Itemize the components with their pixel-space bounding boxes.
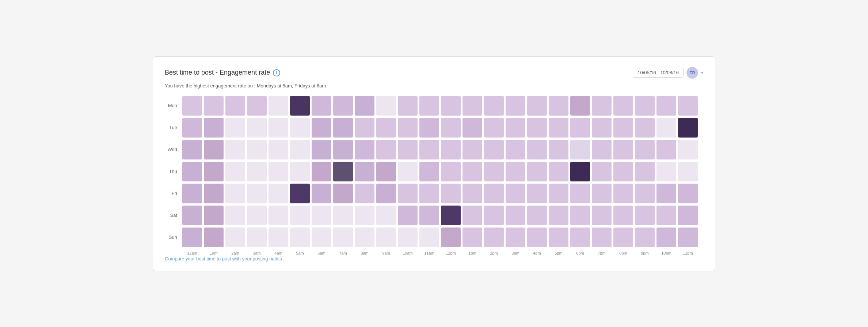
cell-fri-23[interactable]: [678, 184, 698, 203]
cell-mon-5[interactable]: [290, 96, 310, 116]
cell-tue-15[interactable]: [506, 118, 525, 138]
cell-tue-20[interactable]: [613, 118, 633, 138]
cell-tue-11[interactable]: [419, 118, 439, 138]
cell-wed-20[interactable]: [613, 140, 633, 159]
cell-wed-5[interactable]: [290, 140, 310, 159]
cell-fri-3[interactable]: [247, 184, 267, 203]
cell-thu-0[interactable]: [182, 162, 202, 181]
cell-wed-12[interactable]: [441, 140, 461, 159]
info-icon[interactable]: i: [273, 69, 280, 76]
cell-wed-13[interactable]: [462, 140, 482, 159]
cell-wed-22[interactable]: [656, 140, 676, 159]
cell-sat-18[interactable]: [570, 206, 590, 225]
date-range[interactable]: 10/05/16 - 10/08/16: [633, 68, 684, 78]
cell-thu-1[interactable]: [204, 162, 224, 181]
cell-wed-4[interactable]: [269, 140, 288, 159]
cell-wed-21[interactable]: [635, 140, 655, 159]
cell-sat-15[interactable]: [506, 206, 525, 225]
cell-sat-17[interactable]: [549, 206, 568, 225]
cell-sat-13[interactable]: [462, 206, 482, 225]
cell-sat-21[interactable]: [635, 206, 655, 225]
cell-sun-8[interactable]: [355, 228, 374, 247]
cell-wed-0[interactable]: [182, 140, 202, 159]
cell-sun-22[interactable]: [656, 228, 676, 247]
cell-sat-10[interactable]: [398, 206, 418, 225]
cell-tue-1[interactable]: [204, 118, 224, 138]
cell-tue-14[interactable]: [484, 118, 504, 138]
cell-fri-7[interactable]: [333, 184, 353, 203]
cell-mon-22[interactable]: [656, 96, 676, 116]
cell-wed-16[interactable]: [527, 140, 547, 159]
cell-tue-0[interactable]: [182, 118, 202, 138]
cell-sat-12[interactable]: [441, 206, 461, 225]
cell-sun-7[interactable]: [333, 228, 353, 247]
cell-fri-19[interactable]: [592, 184, 612, 203]
cell-sat-5[interactable]: [290, 206, 310, 225]
cell-tue-23[interactable]: [678, 118, 698, 138]
cell-fri-22[interactable]: [656, 184, 676, 203]
cell-thu-8[interactable]: [355, 162, 374, 181]
cell-mon-17[interactable]: [549, 96, 568, 116]
cell-sat-2[interactable]: [225, 206, 245, 225]
cell-thu-13[interactable]: [462, 162, 482, 181]
cell-fri-21[interactable]: [635, 184, 655, 203]
avatar[interactable]: ER: [686, 67, 698, 79]
cell-thu-14[interactable]: [484, 162, 504, 181]
cell-sat-20[interactable]: [613, 206, 633, 225]
cell-fri-11[interactable]: [419, 184, 439, 203]
cell-sun-20[interactable]: [613, 228, 633, 247]
cell-fri-0[interactable]: [182, 184, 202, 203]
cell-mon-14[interactable]: [484, 96, 504, 116]
cell-fri-14[interactable]: [484, 184, 504, 203]
cell-wed-6[interactable]: [312, 140, 331, 159]
cell-thu-4[interactable]: [269, 162, 288, 181]
cell-wed-8[interactable]: [355, 140, 374, 159]
cell-sun-17[interactable]: [549, 228, 568, 247]
cell-wed-14[interactable]: [484, 140, 504, 159]
cell-tue-21[interactable]: [635, 118, 655, 138]
cell-thu-3[interactable]: [247, 162, 267, 181]
cell-mon-21[interactable]: [635, 96, 655, 116]
cell-thu-6[interactable]: [312, 162, 331, 181]
cell-fri-18[interactable]: [570, 184, 590, 203]
cell-wed-9[interactable]: [376, 140, 396, 159]
cell-fri-17[interactable]: [549, 184, 568, 203]
cell-thu-9[interactable]: [376, 162, 396, 181]
cell-wed-19[interactable]: [592, 140, 612, 159]
cell-sat-9[interactable]: [376, 206, 396, 225]
cell-tue-19[interactable]: [592, 118, 612, 138]
cell-thu-23[interactable]: [678, 162, 698, 181]
cell-fri-8[interactable]: [355, 184, 374, 203]
cell-tue-2[interactable]: [225, 118, 245, 138]
cell-sun-13[interactable]: [462, 228, 482, 247]
cell-tue-4[interactable]: [269, 118, 288, 138]
cell-mon-4[interactable]: [269, 96, 288, 116]
cell-tue-18[interactable]: [570, 118, 590, 138]
cell-thu-16[interactable]: [527, 162, 547, 181]
cell-sat-19[interactable]: [592, 206, 612, 225]
cell-sat-1[interactable]: [204, 206, 224, 225]
cell-sun-0[interactable]: [182, 228, 202, 247]
cell-tue-9[interactable]: [376, 118, 396, 138]
cell-tue-7[interactable]: [333, 118, 353, 138]
cell-sun-12[interactable]: [441, 228, 461, 247]
cell-mon-3[interactable]: [247, 96, 267, 116]
cell-thu-18[interactable]: [570, 162, 590, 181]
cell-fri-16[interactable]: [527, 184, 547, 203]
cell-sun-21[interactable]: [635, 228, 655, 247]
cell-mon-8[interactable]: [355, 96, 374, 116]
cell-wed-23[interactable]: [678, 140, 698, 159]
cell-wed-2[interactable]: [225, 140, 245, 159]
cell-fri-1[interactable]: [204, 184, 224, 203]
cell-wed-11[interactable]: [419, 140, 439, 159]
cell-tue-12[interactable]: [441, 118, 461, 138]
cell-mon-20[interactable]: [613, 96, 633, 116]
cell-sun-10[interactable]: [398, 228, 418, 247]
cell-sun-19[interactable]: [592, 228, 612, 247]
cell-mon-16[interactable]: [527, 96, 547, 116]
cell-sat-4[interactable]: [269, 206, 288, 225]
cell-mon-13[interactable]: [462, 96, 482, 116]
cell-mon-15[interactable]: [506, 96, 525, 116]
cell-sun-4[interactable]: [269, 228, 288, 247]
cell-tue-5[interactable]: [290, 118, 310, 138]
